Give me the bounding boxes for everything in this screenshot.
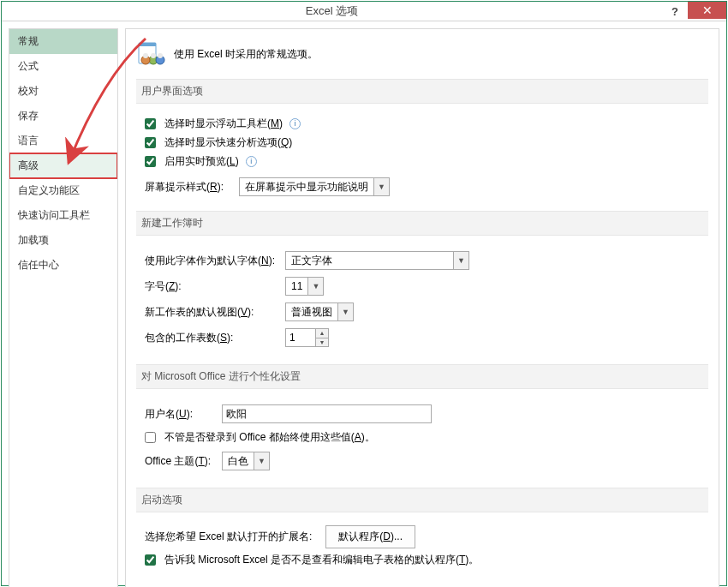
chevron-down-icon: ▼ [337,303,353,320]
section-body-ui: 选择时显示浮动工具栏(M) i 选择时显示快速分析选项(Q) 启用实时预览(L)… [136,104,708,211]
titlebar-controls: ? ✕ [662,2,726,21]
checkbox-default-program-prompt[interactable] [145,554,156,566]
select-screentip-style[interactable]: 在屏幕提示中显示功能说明 ▼ [239,177,390,196]
label-default-font: 使用此字体作为默认字体(N): [145,254,280,268]
sidebar-item-quick-access[interactable]: 快速访问工具栏 [9,203,117,228]
input-username[interactable] [222,404,432,423]
chevron-down-icon: ▼ [254,452,269,470]
chevron-down-icon: ▼ [373,178,389,195]
options-dialog: Excel 选项 ? ✕ 常规 公式 校对 保存 语言 高级 自定义功能区 快速… [1,1,727,586]
select-default-view[interactable]: 普通视图 ▼ [285,302,354,321]
intro-text: 使用 Excel 时采用的常规选项。 [174,47,318,62]
sidebar-item-general[interactable]: 常规 [9,29,117,54]
select-default-font[interactable]: 正文字体 ▼ [285,251,469,270]
button-default-programs[interactable]: 默认程序(D)... [325,525,415,548]
sidebar-item-advanced[interactable]: 高级 [9,153,117,178]
section-body-personalize: 用户名(U): 不管是否登录到 Office 都始终使用这些值(A)。 Offi… [136,389,708,488]
sidebar-item-proofing[interactable]: 校对 [9,79,117,104]
info-icon[interactable]: i [246,156,257,167]
select-default-view-value: 普通视图 [286,303,337,320]
select-screentip-value: 在屏幕提示中显示功能说明 [240,178,373,195]
sidebar-item-save[interactable]: 保存 [9,104,117,129]
checkbox-quick-analysis[interactable] [145,137,156,148]
content-inner: 使用 Excel 时采用的常规选项。 用户界面选项 选择时显示浮动工具栏(M) … [126,29,719,587]
section-body-startup: 选择您希望 Excel 默认打开的扩展名: 默认程序(D)... 告诉我 Mic… [136,512,708,582]
window-title: Excel 选项 [2,3,662,19]
label-default-extensions: 选择您希望 Excel 默认打开的扩展名: [145,530,312,544]
dialog-main: 常规 公式 校对 保存 语言 高级 自定义功能区 快速访问工具栏 加载项 信任中… [2,21,726,587]
label-live-preview: 启用实时预览(L) [164,154,239,169]
titlebar: Excel 选项 ? ✕ [2,2,726,21]
select-font-size-value: 11 [286,278,307,295]
label-screentip-style: 屏幕提示样式(R): [145,180,224,195]
label-username: 用户名(U): [145,407,217,422]
select-default-font-value: 正文字体 [286,252,453,269]
dialog-body: 常规 公式 校对 保存 语言 高级 自定义功能区 快速访问工具栏 加载项 信任中… [2,21,726,587]
label-quick-analysis: 选择时显示快速分析选项(Q) [164,135,292,150]
section-header-newwb: 新建工作簿时 [136,211,708,236]
categories-sidebar: 常规 公式 校对 保存 语言 高级 自定义功能区 快速访问工具栏 加载项 信任中… [9,28,118,587]
section-header-personalize: 对 Microsoft Office 进行个性化设置 [136,364,708,389]
close-button[interactable]: ✕ [688,2,726,19]
checkbox-floating-toolbar[interactable] [145,118,156,129]
spinner-up-icon[interactable]: ▲ [316,329,328,338]
content-panel: 使用 Excel 时采用的常规选项。 用户界面选项 选择时显示浮动工具栏(M) … [125,28,719,587]
sidebar-item-addins[interactable]: 加载项 [9,228,117,253]
checkbox-always-use-values[interactable] [145,432,156,443]
label-always-use-values: 不管是否登录到 Office 都始终使用这些值(A)。 [164,430,375,445]
label-office-theme: Office 主题(T): [145,454,217,469]
info-icon[interactable]: i [289,118,301,129]
intro-row: 使用 Excel 时采用的常规选项。 [136,36,708,79]
svg-point-6 [143,53,148,58]
label-default-program-prompt: 告诉我 Microsoft Excel 是否不是查看和编辑电子表格的默认程序(T… [164,553,479,567]
section-header-startup: 启动选项 [136,488,708,512]
sidebar-item-trust-center[interactable]: 信任中心 [9,253,117,278]
section-body-newwb: 使用此字体作为默认字体(N): 正文字体 ▼ 字号(Z): 11 ▼ [136,236,708,364]
label-default-view: 新工作表的默认视图(V): [145,305,280,320]
svg-rect-1 [139,43,156,46]
options-intro-icon [138,41,165,67]
section-header-ui: 用户界面选项 [136,79,708,104]
select-font-size[interactable]: 11 ▼ [285,277,324,296]
sidebar-item-language[interactable]: 语言 [9,129,117,153]
select-office-theme[interactable]: 白色 ▼ [222,452,270,470]
checkbox-live-preview[interactable] [145,156,156,167]
label-font-size: 字号(Z): [145,279,280,294]
label-sheet-count: 包含的工作表数(S): [145,331,280,345]
sidebar-item-customize-ribbon[interactable]: 自定义功能区 [9,178,117,203]
select-office-theme-value: 白色 [223,452,254,470]
spinner-sheet-count[interactable]: ▲ ▼ [285,328,329,347]
input-sheet-count[interactable] [285,328,316,347]
svg-point-5 [151,53,156,58]
sidebar-item-formulas[interactable]: 公式 [9,54,117,79]
chevron-down-icon: ▼ [307,278,323,295]
label-floating-toolbar: 选择时显示浮动工具栏(M) [164,117,283,131]
chevron-down-icon: ▼ [453,252,468,269]
spinner-down-icon[interactable]: ▼ [316,338,328,347]
help-button[interactable]: ? [662,2,688,21]
svg-point-7 [158,53,163,58]
